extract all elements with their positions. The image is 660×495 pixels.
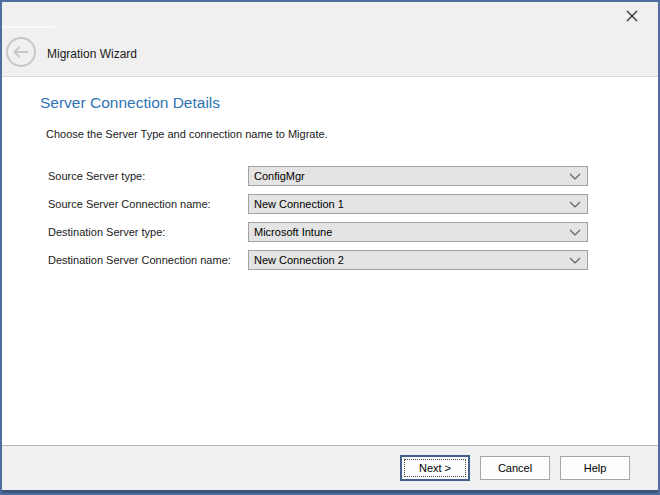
wizard-title: Migration Wizard xyxy=(47,47,137,61)
source-connection-name-select[interactable]: New Connection 1 xyxy=(248,194,588,214)
destination-connection-name-select[interactable]: New Connection 2 xyxy=(248,250,588,270)
destination-server-type-value: Microsoft Intune xyxy=(249,226,563,238)
chevron-down-icon xyxy=(563,229,587,236)
wizard-content: Server Connection Details Choose the Ser… xyxy=(2,77,658,445)
source-server-type-value: ConfigMgr xyxy=(249,170,563,182)
chevron-down-icon xyxy=(563,173,587,180)
page-title: Server Connection Details xyxy=(40,94,220,112)
source-connection-name-label: Source Server Connection name: xyxy=(48,194,211,214)
source-server-type-select[interactable]: ConfigMgr xyxy=(248,166,588,186)
source-connection-name-value: New Connection 1 xyxy=(249,198,563,210)
back-arrow-icon xyxy=(13,46,29,58)
wizard-footer: Next > Cancel Help xyxy=(2,445,658,490)
form-row-source-connection-name: Source Server Connection name: New Conne… xyxy=(2,194,658,214)
page-description: Choose the Server Type and connection na… xyxy=(46,128,328,140)
form-row-destination-connection-name: Destination Server Connection name: New … xyxy=(2,250,658,270)
destination-server-type-label: Destination Server type: xyxy=(48,222,165,242)
chevron-down-icon xyxy=(563,257,587,264)
header-highlight-artifact xyxy=(2,26,55,28)
destination-connection-name-label: Destination Server Connection name: xyxy=(48,250,231,270)
chevron-down-icon xyxy=(563,201,587,208)
next-button[interactable]: Next > xyxy=(400,455,470,481)
close-button[interactable] xyxy=(624,8,640,24)
destination-server-type-select[interactable]: Microsoft Intune xyxy=(248,222,588,242)
window-bottom-edge xyxy=(2,490,658,493)
close-icon xyxy=(626,10,638,22)
wizard-header: Migration Wizard xyxy=(2,2,658,77)
migration-wizard-window: Migration Wizard Server Connection Detai… xyxy=(0,0,660,495)
source-server-type-label: Source Server type: xyxy=(48,166,145,186)
help-button[interactable]: Help xyxy=(560,456,630,480)
connection-form: Source Server type: ConfigMgr Source Ser… xyxy=(2,166,658,278)
back-button[interactable] xyxy=(6,37,36,67)
form-row-destination-server-type: Destination Server type: Microsoft Intun… xyxy=(2,222,658,242)
form-row-source-server-type: Source Server type: ConfigMgr xyxy=(2,166,658,186)
destination-connection-name-value: New Connection 2 xyxy=(249,254,563,266)
cancel-button[interactable]: Cancel xyxy=(480,456,550,480)
